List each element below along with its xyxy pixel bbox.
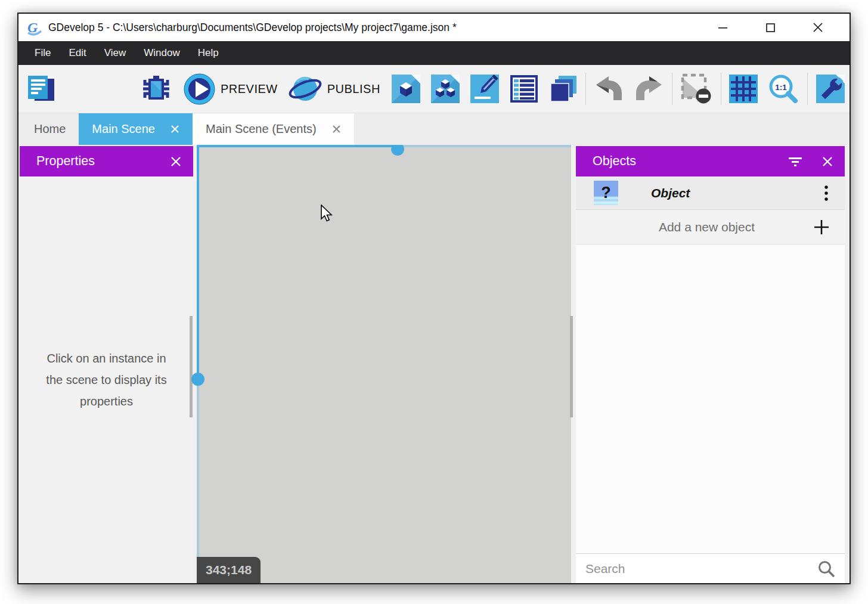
redo-icon xyxy=(634,76,664,102)
menu-window[interactable]: Window xyxy=(135,41,188,65)
menu-help[interactable]: Help xyxy=(189,41,228,65)
tab-main-scene-label: Main Scene xyxy=(92,122,155,136)
toolbar: PREVIEW PUBLISH xyxy=(18,65,850,113)
tab-main-scene[interactable]: Main Scene xyxy=(79,113,193,145)
properties-message-line: properties xyxy=(46,391,166,412)
filter-icon[interactable] xyxy=(789,157,802,166)
properties-message-line: the scene to display its xyxy=(46,369,166,391)
debug-button[interactable] xyxy=(141,75,172,103)
object-menu-dots-icon[interactable] xyxy=(824,185,828,201)
title-bar: G GDevelop 5 - C:\Users\charburg\Documen… xyxy=(18,14,850,41)
mouse-cursor xyxy=(321,205,334,222)
gdevelop-logo-icon: G xyxy=(26,18,44,36)
preview-button[interactable] xyxy=(184,73,215,105)
toolbar-separator xyxy=(585,73,586,105)
objects-editor-button[interactable] xyxy=(392,75,420,103)
deselect-instances-icon xyxy=(681,73,712,104)
canvas-hscroll-track[interactable] xyxy=(398,145,571,147)
tab-main-scene-events-close-icon[interactable] xyxy=(332,125,341,134)
close-icon xyxy=(813,23,823,32)
zoom-ratio-glyph: 1:1 xyxy=(775,83,787,92)
canvas-scrollbar[interactable] xyxy=(570,316,573,417)
minimize-icon xyxy=(718,23,727,32)
maximize-button[interactable] xyxy=(757,14,784,41)
tab-home[interactable]: Home xyxy=(21,113,79,145)
object-list-item[interactable]: ? Object xyxy=(576,176,845,210)
object-groups-button[interactable] xyxy=(431,75,460,103)
undo-button[interactable] xyxy=(594,76,624,102)
app-window: G GDevelop 5 - C:\Users\charburg\Documen… xyxy=(17,13,851,584)
preview-label[interactable]: PREVIEW xyxy=(221,82,278,96)
canvas-vscroll-track[interactable] xyxy=(197,379,199,583)
object-groups-icon xyxy=(431,75,460,103)
tab-main-scene-events-label: Main Scene (Events) xyxy=(206,122,317,136)
objects-panel-title: Objects xyxy=(593,154,636,169)
objects-editor-icon xyxy=(392,75,420,103)
maximize-icon xyxy=(766,23,775,32)
cursor-coordinates-tooltip: 343;148 xyxy=(197,557,261,583)
properties-scrollbar[interactable] xyxy=(190,316,193,417)
toolbar-separator xyxy=(807,73,808,105)
window-title: GDevelop 5 - C:\Users\charburg\Documents… xyxy=(48,21,457,34)
tab-home-label: Home xyxy=(34,122,66,136)
properties-empty-state: Click on an instance in the scene to dis… xyxy=(20,176,193,583)
objects-close-icon[interactable] xyxy=(822,156,833,167)
window-controls xyxy=(689,14,850,41)
debug-icon xyxy=(141,75,172,103)
objects-panel-header: Objects xyxy=(576,146,845,176)
object-name: Object xyxy=(651,186,690,200)
scene-properties-icon xyxy=(470,75,499,103)
zoom-reset-icon: 1:1 xyxy=(768,74,798,104)
add-object-row[interactable]: Add a new object xyxy=(576,210,845,244)
scene-settings-button[interactable] xyxy=(816,75,845,103)
undo-icon xyxy=(594,76,624,102)
publish-button[interactable] xyxy=(289,73,322,104)
instances-list-button[interactable] xyxy=(510,75,538,103)
add-object-label: Add a new object xyxy=(576,220,814,234)
preview-play-icon xyxy=(184,73,215,105)
main-content: Properties Click on an instance in the s… xyxy=(18,145,850,583)
project-manager-icon xyxy=(26,75,56,103)
grid-icon xyxy=(729,75,758,103)
publish-globe-icon xyxy=(289,73,322,104)
tab-main-scene-events[interactable]: Main Scene (Events) xyxy=(193,113,354,145)
scene-editor-region: 343;148 xyxy=(193,145,576,583)
menu-edit[interactable]: Edit xyxy=(60,41,95,65)
search-icon[interactable] xyxy=(817,560,835,578)
canvas-vscroll-track[interactable] xyxy=(197,147,199,379)
scene-canvas[interactable] xyxy=(197,147,571,583)
properties-close-icon[interactable] xyxy=(170,156,181,167)
plus-icon[interactable] xyxy=(814,219,829,235)
deselect-instances-button[interactable] xyxy=(681,73,712,104)
project-manager-button[interactable] xyxy=(26,75,56,103)
toolbar-separator xyxy=(721,73,721,105)
scene-properties-button[interactable] xyxy=(470,75,499,103)
objects-panel: Objects ? Object Add a new ob xyxy=(576,146,845,583)
question-mark-icon: ? xyxy=(594,181,618,205)
zoom-reset-button[interactable]: 1:1 xyxy=(768,74,798,104)
minimize-button[interactable] xyxy=(709,14,736,41)
scene-settings-wrench-icon xyxy=(816,75,845,103)
publish-label[interactable]: PUBLISH xyxy=(327,82,380,96)
close-window-button[interactable] xyxy=(804,14,832,41)
menu-view[interactable]: View xyxy=(95,41,135,65)
objects-search-bar xyxy=(576,553,845,583)
properties-panel-header: Properties xyxy=(20,146,193,176)
search-input[interactable] xyxy=(585,562,817,576)
menu-file[interactable]: File xyxy=(26,41,60,65)
layers-editor-icon xyxy=(549,75,578,103)
redo-button[interactable] xyxy=(634,76,664,102)
properties-message-line: Click on an instance in xyxy=(46,348,166,369)
properties-panel-title: Properties xyxy=(36,154,95,169)
grid-button[interactable] xyxy=(729,75,758,103)
canvas-hscroll-track[interactable] xyxy=(197,145,398,147)
canvas-vscroll-thumb[interactable] xyxy=(191,373,204,386)
objects-list-empty-area xyxy=(576,244,845,553)
tab-main-scene-close-icon[interactable] xyxy=(170,125,179,134)
instances-list-icon xyxy=(510,75,538,103)
properties-panel: Properties Click on an instance in the s… xyxy=(20,146,193,583)
menu-bar: File Edit View Window Help xyxy=(18,41,850,65)
toolbar-separator xyxy=(672,73,672,105)
layers-editor-button[interactable] xyxy=(549,75,578,103)
tab-bar: Home Main Scene Main Scene (Events) xyxy=(18,113,850,145)
